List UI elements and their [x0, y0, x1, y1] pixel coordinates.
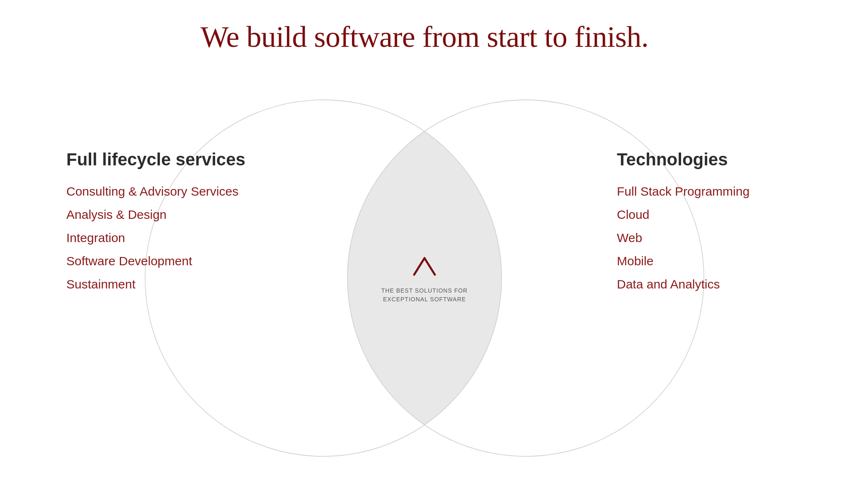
list-item: Cloud [617, 208, 799, 222]
right-section: Technologies Full Stack Programming Clou… [617, 150, 799, 291]
center-overlap: THE BEST SOLUTIONS FOR EXCEPTIONAL SOFTW… [379, 256, 470, 304]
list-item: Sustainment [66, 277, 249, 291]
venn-diagram: Full lifecycle services Consulting & Adv… [0, 58, 849, 494]
list-item: Analysis & Design [66, 208, 249, 222]
list-item: Consulting & Advisory Services [66, 184, 249, 199]
right-section-heading: Technologies [617, 150, 799, 170]
left-section-heading: Full lifecycle services [66, 150, 249, 170]
list-item: Web [617, 231, 799, 245]
page-title: We build software from start to finish. [0, 0, 849, 54]
list-item: Data and Analytics [617, 277, 799, 291]
left-section: Full lifecycle services Consulting & Adv… [66, 150, 249, 291]
center-tagline: THE BEST SOLUTIONS FOR EXCEPTIONAL SOFTW… [379, 286, 470, 304]
list-item: Mobile [617, 254, 799, 268]
right-items-list: Full Stack Programming Cloud Web Mobile … [617, 184, 799, 291]
center-logo-icon [379, 256, 470, 281]
list-item: Integration [66, 231, 249, 245]
left-items-list: Consulting & Advisory Services Analysis … [66, 184, 249, 291]
list-item: Full Stack Programming [617, 184, 799, 199]
list-item: Software Development [66, 254, 249, 268]
